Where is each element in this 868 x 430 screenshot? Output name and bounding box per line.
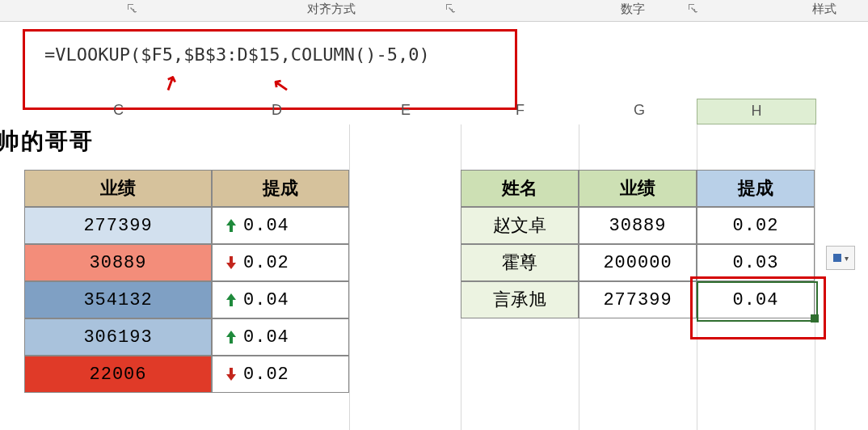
right-header-perf[interactable]: 业绩: [579, 170, 697, 207]
right-perf-cell[interactable]: 200000: [579, 244, 697, 281]
left-comm-value: 0.04: [243, 216, 289, 236]
gridline: [349, 124, 350, 430]
column-header-c[interactable]: C: [113, 102, 124, 119]
right-comm-cell[interactable]: 0.02: [697, 207, 815, 244]
arrow-down-icon: [224, 367, 238, 382]
annotation-arrow-icon: ↖: [271, 72, 291, 97]
left-comm-cell[interactable]: 0.04: [212, 281, 349, 318]
left-perf-cell[interactable]: 277399: [24, 207, 212, 244]
arrow-down-icon: [224, 255, 238, 270]
right-name-cell[interactable]: 赵文卓: [461, 207, 579, 244]
fill-handle[interactable]: [811, 314, 819, 322]
column-header-h-selected[interactable]: H: [697, 99, 816, 124]
right-header-name[interactable]: 姓名: [461, 170, 579, 207]
ribbon-group-alignment: 对齐方式: [307, 2, 356, 17]
chevron-down-icon: ▾: [845, 254, 849, 263]
annotation-arrow-icon: ↗: [158, 70, 183, 97]
arrow-up-icon: [224, 218, 238, 233]
column-header-f[interactable]: F: [516, 102, 525, 119]
sheet-title: 帅的哥哥: [0, 126, 94, 157]
left-perf-cell[interactable]: 30889: [24, 244, 212, 281]
dialog-launcher-icon[interactable]: [445, 2, 456, 16]
left-header-comm[interactable]: 提成: [212, 170, 349, 207]
arrow-up-icon: [224, 330, 238, 344]
ribbon-group-number: 数字: [621, 2, 645, 17]
dialog-launcher-icon[interactable]: [687, 2, 698, 16]
column-header-e[interactable]: E: [401, 102, 411, 119]
formula-bar[interactable]: =VLOOKUP($F5,$B$3:D$15,COLUMN()-5,0): [44, 44, 430, 65]
right-perf-cell[interactable]: 277399: [579, 281, 697, 318]
left-comm-value: 0.02: [243, 253, 289, 273]
autofill-icon: [833, 254, 841, 262]
gridline: [815, 124, 815, 430]
ribbon-strip: 体 对齐方式 数字 样式: [0, 0, 868, 22]
right-header-comm[interactable]: 提成: [697, 170, 815, 207]
left-comm-cell[interactable]: 0.04: [212, 318, 349, 356]
left-comm-cell[interactable]: 0.02: [212, 356, 349, 393]
left-comm-value: 0.04: [243, 327, 289, 348]
right-perf-cell[interactable]: 30889: [579, 207, 697, 244]
formula-bar-highlight: =VLOOKUP($F5,$B$3:D$15,COLUMN()-5,0) ↗ ↖: [23, 29, 517, 110]
left-perf-cell[interactable]: 354132: [24, 281, 212, 318]
dialog-launcher-icon[interactable]: [126, 2, 137, 16]
column-header-h: H: [697, 103, 815, 120]
left-perf-cell[interactable]: 306193: [24, 318, 212, 356]
left-header-perf[interactable]: 业绩: [24, 170, 212, 207]
left-comm-cell[interactable]: 0.02: [212, 244, 349, 281]
left-perf-cell[interactable]: 22006: [24, 356, 212, 393]
column-header-d[interactable]: D: [272, 102, 282, 119]
right-name-cell[interactable]: 霍尊: [461, 244, 579, 281]
column-header-g[interactable]: G: [634, 102, 645, 119]
right-comm-cell[interactable]: 0.03: [697, 244, 815, 281]
left-comm-value: 0.04: [243, 290, 289, 310]
left-comm-cell[interactable]: 0.04: [212, 207, 349, 244]
right-comm-cell[interactable]: 0.04: [697, 281, 815, 318]
arrow-up-icon: [224, 293, 238, 307]
autofill-options-button[interactable]: ▾: [826, 246, 855, 270]
ribbon-group-style: 样式: [812, 2, 836, 17]
column-headers: C D E F G H: [0, 99, 868, 124]
right-name-cell[interactable]: 言承旭: [461, 281, 579, 318]
left-comm-value: 0.02: [243, 365, 289, 385]
